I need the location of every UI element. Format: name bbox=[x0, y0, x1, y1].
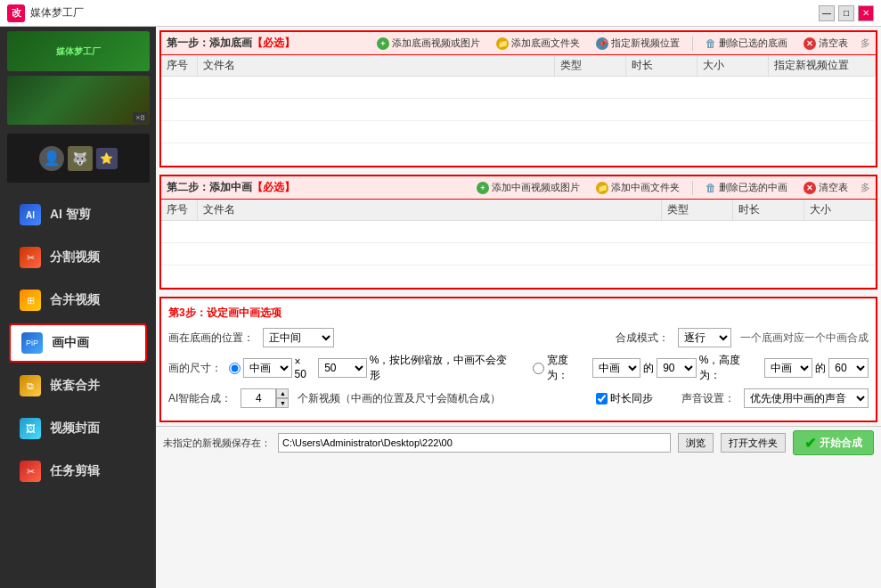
step1-empty-row-1 bbox=[161, 77, 876, 99]
audio-label: 声音设置： bbox=[681, 391, 735, 406]
ai-count-buttons: ▲ ▼ bbox=[276, 388, 289, 408]
path-label: 未指定的新视频保存在： bbox=[163, 437, 271, 450]
restore-button[interactable]: □ bbox=[838, 5, 854, 21]
sidebar-avatar: 👤 🐺 ⭐ bbox=[7, 134, 150, 183]
sidebar-item-nested[interactable]: ⧉ 嵌套合并 bbox=[9, 366, 147, 405]
sidebar-item-merge-video[interactable]: ⊞ 合并视频 bbox=[9, 281, 147, 320]
add-pip-folder-button[interactable]: 📁 添加中画文件夹 bbox=[592, 179, 683, 196]
step2-more: 多 bbox=[861, 181, 870, 194]
sync-checkbox-label[interactable]: 时长同步 bbox=[596, 391, 653, 406]
step1-col-size: 大小 bbox=[697, 55, 769, 77]
delete-pip-icon: 🗑 bbox=[706, 182, 716, 194]
ai-cut-icon: AI bbox=[20, 204, 41, 225]
width-of-label: 的 bbox=[643, 361, 654, 376]
step2-data-table: 序号 文件名 类型 时长 大小 bbox=[161, 200, 876, 288]
sidebar-item-split-video[interactable]: ✂ 分割视频 bbox=[9, 238, 147, 277]
step1-empty-row-4 bbox=[161, 143, 876, 166]
title-bar-controls: — □ ✕ bbox=[819, 5, 874, 21]
clear-all-button[interactable]: ✕ 清空表 bbox=[800, 35, 852, 52]
size-label: 画的尺寸： bbox=[168, 361, 222, 376]
step2-table-body bbox=[161, 221, 876, 288]
step2-section: 第二步：添加中画【必选】 + 添加中画视频或图片 📁 添加中画文件夹 🗑 删 bbox=[159, 175, 877, 290]
composite-select[interactable]: 逐行 随机 bbox=[678, 328, 731, 347]
size-radio-width[interactable]: 宽度为： 中画 的 90 %，高度为： 中画 的 bbox=[533, 353, 869, 383]
size-percent-select[interactable]: 50 bbox=[318, 358, 367, 378]
width-percent-select[interactable]: 90 bbox=[657, 358, 697, 378]
step3-row3: AI智能合成： ▲ ▼ 个新视频（中画的位置及尺寸会随机合成） 时长同步 bbox=[168, 388, 869, 408]
content-area: 第一步：添加底画【必选】 + 添加底画视频或图片 📁 添加底画文件夹 📌 指定新… bbox=[156, 27, 881, 588]
nested-icon: ⧉ bbox=[20, 375, 41, 396]
clear-pip-button[interactable]: ✕ 清空表 bbox=[800, 179, 852, 196]
sidebar-item-cover[interactable]: 🖼 视频封面 bbox=[9, 409, 147, 448]
add-pip-green-icon: + bbox=[477, 182, 489, 194]
sidebar-logo: 媒体梦工厂 bbox=[7, 31, 150, 71]
sidebar-item-ai-cut[interactable]: AI AI 智剪 bbox=[9, 195, 147, 234]
step1-col-filename: 文件名 bbox=[197, 55, 555, 77]
step3-section: 第3步：设定画中画选项 画在底画的位置： 正中间 左上 右上 合成模式： 逐行 … bbox=[159, 297, 877, 422]
sidebar-item-label-nested: 嵌套合并 bbox=[50, 378, 100, 394]
width-pip-select[interactable]: 中画 bbox=[592, 358, 641, 378]
height-pip-select[interactable]: 中画 bbox=[764, 358, 813, 378]
sidebar-item-task[interactable]: ✂ 任务剪辑 bbox=[9, 452, 147, 491]
step1-empty-row-3 bbox=[161, 121, 876, 143]
start-checkmark-icon: ✔ bbox=[804, 435, 816, 452]
sidebar-item-pip[interactable]: PiP 画中画 bbox=[9, 323, 147, 363]
minimize-button[interactable]: — bbox=[819, 5, 835, 21]
ai-label: AI智能合成： bbox=[168, 391, 232, 406]
sidebar-item-label-ai-cut: AI 智剪 bbox=[50, 207, 91, 223]
open-folder-button[interactable]: 打开文件夹 bbox=[721, 433, 786, 453]
step2-empty-row-3 bbox=[161, 265, 876, 288]
sync-checkbox[interactable] bbox=[596, 393, 608, 404]
add-video-img-button[interactable]: + 添加底画视频或图片 bbox=[373, 35, 484, 52]
composite-label: 合成模式： bbox=[616, 331, 669, 346]
start-button[interactable]: ✔ 开始合成 bbox=[793, 430, 874, 455]
task-icon: ✂ bbox=[20, 461, 41, 482]
step2-title: 第二步：添加中画【必选】 bbox=[167, 180, 295, 195]
ai-count-input[interactable] bbox=[241, 388, 276, 408]
add-green-icon: + bbox=[377, 37, 389, 50]
sidebar-item-label-split: 分割视频 bbox=[50, 249, 100, 265]
step1-more: 多 bbox=[861, 37, 870, 50]
sidebar-item-label-task: 任务剪辑 bbox=[50, 463, 100, 479]
sidebar-item-label-pip: 画中画 bbox=[52, 335, 89, 351]
step2-col-size: 大小 bbox=[804, 200, 876, 221]
title-bar-left: 改 媒体梦工厂 bbox=[7, 4, 84, 22]
step1-col-type: 类型 bbox=[555, 55, 626, 77]
sidebar-item-label-merge: 合并视频 bbox=[50, 292, 100, 308]
size-radio-input[interactable] bbox=[229, 363, 241, 374]
position-select[interactable]: 正中间 左上 右上 bbox=[263, 328, 334, 347]
sidebar-preview-1: ×8 bbox=[7, 76, 150, 125]
step1-title: 第一步：添加底画【必选】 bbox=[167, 36, 295, 51]
path-input[interactable] bbox=[278, 433, 671, 453]
title-bar: 改 媒体梦工厂 — □ ✕ bbox=[0, 0, 881, 27]
add-folder-button[interactable]: 📁 添加底画文件夹 bbox=[493, 35, 583, 52]
main-layout: 媒体梦工厂 ×8 👤 🐺 ⭐ AI AI 智剪 ✂ bbox=[0, 27, 881, 588]
add-pip-yellow-icon: 📁 bbox=[596, 182, 608, 194]
step1-section: 第一步：添加底画【必选】 + 添加底画视频或图片 📁 添加底画文件夹 📌 指定新… bbox=[159, 30, 877, 167]
specify-icon: 📌 bbox=[596, 37, 608, 50]
delete-pip-button[interactable]: 🗑 删除已选的中画 bbox=[702, 179, 791, 196]
specify-new-video-button[interactable]: 📌 指定新视频位置 bbox=[592, 35, 683, 52]
audio-select[interactable]: 优先使用中画的声音 优先使用底画的声音 只用中画声音 只用底画声音 bbox=[744, 388, 869, 408]
step2-col-num: 序号 bbox=[161, 200, 197, 221]
delete-selected-button[interactable]: 🗑 删除已选的底画 bbox=[702, 35, 791, 52]
size-pip-select[interactable]: 中画 bbox=[243, 358, 292, 378]
browse-button[interactable]: 浏览 bbox=[678, 433, 714, 453]
app-icon: 改 bbox=[7, 4, 25, 22]
step2-empty-row-1 bbox=[161, 221, 876, 243]
composite-note: 一个底画对应一个中画合成 bbox=[740, 331, 869, 346]
step2-col-filename: 文件名 bbox=[197, 200, 662, 221]
pip-icon: PiP bbox=[21, 332, 43, 354]
size-width-radio-input[interactable] bbox=[533, 363, 544, 374]
sidebar: 媒体梦工厂 ×8 👤 🐺 ⭐ AI AI 智剪 ✂ bbox=[0, 27, 156, 588]
size-radio-pip[interactable]: 中画 × 50 50 %，按比例缩放，中画不会变形 bbox=[229, 353, 517, 383]
ai-count-down[interactable]: ▼ bbox=[276, 398, 289, 408]
add-yellow-icon: 📁 bbox=[496, 37, 509, 50]
add-pip-video-img-button[interactable]: + 添加中画视频或图片 bbox=[473, 179, 583, 196]
step1-toolbar: 第一步：添加底画【必选】 + 添加底画视频或图片 📁 添加底画文件夹 📌 指定新… bbox=[161, 32, 876, 55]
close-button[interactable]: ✕ bbox=[858, 5, 874, 21]
ai-count-up[interactable]: ▲ bbox=[276, 388, 289, 398]
step3-title: 第3步：设定画中画选项 bbox=[168, 306, 869, 321]
height-percent-select[interactable]: 60 bbox=[828, 358, 869, 378]
step2-col-duration: 时长 bbox=[733, 200, 804, 221]
